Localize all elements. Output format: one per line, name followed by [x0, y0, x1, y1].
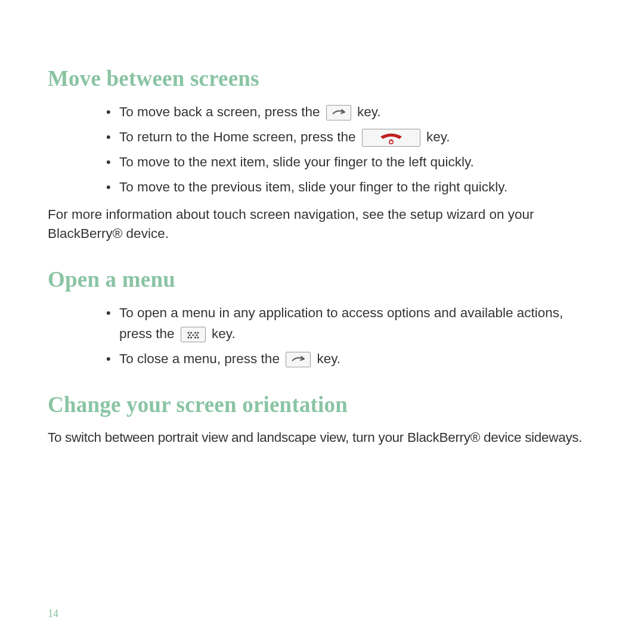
- svg-point-11: [194, 336, 196, 338]
- item-text-before: To close a menu, press the: [119, 351, 280, 366]
- manual-page: Move between screens To move back a scre…: [0, 0, 644, 644]
- svg-point-10: [190, 336, 192, 338]
- item-text: To move to the previous item, slide your…: [119, 179, 507, 194]
- heading-open-a-menu: Open a menu: [48, 267, 596, 292]
- back-key-icon: [326, 105, 351, 120]
- svg-point-4: [194, 332, 196, 333]
- page-number: 14: [48, 608, 58, 620]
- list-item: To move back a screen, press the key.: [119, 102, 596, 123]
- item-text-after: key.: [357, 104, 381, 119]
- item-text: To move to the next item, slide your fin…: [119, 154, 474, 169]
- heading-move-between-screens: Move between screens: [48, 66, 596, 91]
- svg-point-7: [192, 334, 194, 336]
- end-call-key-icon: [362, 129, 420, 147]
- list-item: To move to the previous item, slide your…: [119, 177, 596, 198]
- svg-point-5: [197, 332, 199, 333]
- svg-point-12: [197, 336, 199, 338]
- list-item: To return to the Home screen, press the …: [119, 127, 596, 148]
- heading-change-orientation: Change your screen orientation: [48, 392, 596, 417]
- svg-point-3: [190, 332, 192, 333]
- list-item: To open a menu in any application to acc…: [119, 303, 596, 345]
- svg-point-6: [188, 334, 190, 336]
- back-key-icon: [286, 352, 311, 367]
- item-text-before: To move back a screen, press the: [119, 104, 320, 119]
- menu-key-icon: [181, 327, 206, 342]
- list-item: To move to the next item, slide your fin…: [119, 152, 596, 173]
- paragraph-orientation: To switch between portrait view and land…: [48, 428, 596, 448]
- svg-point-9: [187, 336, 189, 338]
- list-open-a-menu: To open a menu in any application to acc…: [48, 303, 596, 370]
- list-move-between-screens: To move back a screen, press the key. To…: [48, 102, 596, 198]
- item-text-after: key.: [426, 129, 450, 144]
- item-text-after: key.: [317, 351, 340, 366]
- list-item: To close a menu, press the key.: [119, 349, 596, 370]
- svg-point-2: [187, 332, 189, 333]
- svg-point-8: [196, 334, 197, 336]
- paragraph-more-info: For more information about touch screen …: [48, 205, 596, 244]
- item-text-after: key.: [212, 326, 236, 341]
- item-text-before: To return to the Home screen, press the: [119, 129, 355, 144]
